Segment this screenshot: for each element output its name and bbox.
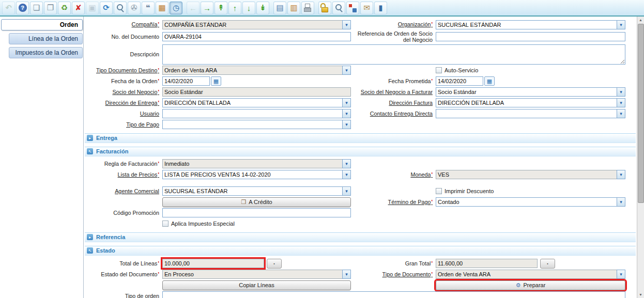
- chevron-down-icon[interactable]: [617, 197, 625, 207]
- chevron-down-icon[interactable]: [342, 186, 351, 196]
- sidebar-tab-impuestos-orden[interactable]: Impuestos de la Orden: [9, 47, 83, 58]
- report-icon[interactable]: ▤: [273, 2, 286, 14]
- chevron-down-icon[interactable]: [342, 66, 351, 75]
- grid-toggle-icon[interactable]: ▦: [156, 2, 168, 14]
- tipo-documento-label[interactable]: Tipo de Documento: [353, 271, 434, 277]
- section-estado[interactable]: ↖ Estado: [85, 246, 636, 256]
- no-documento-input[interactable]: [162, 32, 351, 41]
- usuario-input[interactable]: [162, 109, 342, 118]
- direccion-factura-input[interactable]: [436, 98, 617, 107]
- find-icon[interactable]: [114, 2, 127, 14]
- help-icon[interactable]: ?: [16, 2, 29, 14]
- socio-negocio-input[interactable]: [162, 87, 351, 97]
- history-icon[interactable]: ◷: [170, 2, 182, 14]
- lista-precios-label[interactable]: Lista de Precios: [85, 171, 160, 178]
- chevron-down-icon[interactable]: [617, 87, 625, 97]
- chevron-down-icon[interactable]: [342, 98, 351, 107]
- agente-comercial-input[interactable]: [162, 186, 342, 196]
- termino-pago-input[interactable]: [436, 197, 617, 207]
- tipo-doc-destino-label[interactable]: Tipo Documento Destino: [85, 67, 160, 73]
- regla-facturacion-input[interactable]: [162, 159, 342, 168]
- new-record-icon[interactable]: ❏: [30, 2, 43, 14]
- copy-record-icon[interactable]: ❐: [44, 2, 57, 14]
- imprimir-descuento-checkbox[interactable]: [436, 188, 442, 194]
- tipo-doc-destino-input[interactable]: [162, 66, 342, 75]
- gran-total-input[interactable]: [436, 259, 538, 268]
- estado-documento-input[interactable]: [162, 270, 342, 279]
- last-record-icon[interactable]: ↡: [256, 2, 269, 14]
- section-referencia[interactable]: ▸ Referencia: [85, 232, 636, 242]
- lock-icon[interactable]: [318, 2, 331, 14]
- direccion-factura-label[interactable]: Dirección Factura: [353, 100, 434, 106]
- agente-comercial-label[interactable]: Agente Comercial: [85, 188, 160, 194]
- chevron-down-icon[interactable]: [617, 98, 625, 107]
- fecha-orden-input[interactable]: [162, 76, 210, 86]
- termino-pago-label[interactable]: Término de Pago: [353, 199, 434, 205]
- calendar-icon[interactable]: ▦: [211, 76, 221, 86]
- moneda-label[interactable]: Moneda: [353, 171, 434, 178]
- detail-record-icon[interactable]: →: [201, 2, 213, 14]
- request-icon[interactable]: ✉: [360, 2, 373, 14]
- delete-record-icon[interactable]: ♻: [58, 2, 71, 14]
- sidebar-tab-linea-orden[interactable]: Línea de la Orden: [9, 33, 83, 44]
- tipo-documento-input[interactable]: [436, 270, 617, 279]
- contacto-entrega-input[interactable]: [436, 109, 617, 118]
- chevron-down-icon[interactable]: [342, 109, 351, 118]
- chevron-down-icon[interactable]: [342, 159, 351, 168]
- referencia-socio-input[interactable]: [436, 32, 625, 41]
- fecha-prometida-input[interactable]: [436, 76, 483, 86]
- socio-facturar-label[interactable]: Socio del Negocio a Facturar: [353, 89, 434, 95]
- tipo-orden-input[interactable]: [162, 291, 625, 298]
- socio-negocio-label[interactable]: Socio del Negocio: [85, 89, 160, 95]
- chevron-down-icon[interactable]: [617, 20, 625, 29]
- aplica-impuesto-checkbox[interactable]: [162, 221, 168, 227]
- direccion-entrega-input[interactable]: [162, 98, 342, 107]
- chevron-down-icon[interactable]: [342, 20, 351, 29]
- zoom-across-icon[interactable]: [332, 2, 345, 14]
- attachment-icon[interactable]: ✇: [128, 2, 141, 14]
- preparar-button[interactable]: ⚙ Preparar: [436, 280, 625, 290]
- calculator-icon[interactable]: ▪: [267, 259, 282, 269]
- delete-selection-icon[interactable]: ✘: [72, 2, 85, 14]
- tipo-pago-input[interactable]: [162, 120, 342, 129]
- archive-icon[interactable]: ▥: [287, 2, 300, 14]
- print-icon[interactable]: [301, 2, 314, 14]
- lista-precios-input[interactable]: [162, 170, 342, 179]
- descripcion-textarea[interactable]: [162, 44, 625, 65]
- chevron-down-icon[interactable]: [617, 170, 625, 179]
- chevron-down-icon[interactable]: [342, 120, 351, 129]
- scrollbar-down-icon[interactable]: ▼: [637, 291, 644, 298]
- copiar-lineas-button[interactable]: Copiar Líneas: [162, 280, 351, 290]
- section-entrega[interactable]: ▸ Entrega: [85, 133, 636, 143]
- direccion-entrega-label[interactable]: Dirección de Entrega: [85, 100, 160, 106]
- chevron-down-icon[interactable]: [617, 109, 625, 118]
- first-record-icon[interactable]: ↟: [214, 2, 227, 14]
- organizacion-label[interactable]: Organización: [353, 21, 434, 27]
- calculator-icon[interactable]: ▪: [540, 259, 555, 269]
- contacto-entrega-label[interactable]: Contacto Entrega Directa: [353, 111, 434, 117]
- next-record-icon[interactable]: ↓: [242, 2, 255, 14]
- scrollbar-up-icon[interactable]: ▲: [637, 17, 644, 23]
- organizacion-input[interactable]: [436, 20, 617, 29]
- a-credito-button[interactable]: ❒ A Crédito: [162, 197, 351, 207]
- total-lineas-input[interactable]: [162, 259, 264, 268]
- chevron-down-icon[interactable]: [342, 270, 351, 279]
- tipo-pago-label[interactable]: Tipo de Pago: [85, 121, 160, 128]
- compania-label[interactable]: Compañía: [85, 21, 160, 27]
- workflow-icon[interactable]: [346, 2, 359, 14]
- section-facturacion[interactable]: ↖ Facturación: [85, 147, 636, 156]
- auto-servicio-checkbox[interactable]: [436, 67, 442, 73]
- usuario-label[interactable]: Usuario: [85, 111, 160, 117]
- moneda-input[interactable]: [436, 170, 617, 179]
- chevron-down-icon[interactable]: [342, 170, 351, 179]
- previous-record-icon[interactable]: ↑: [228, 2, 241, 14]
- product-info-icon[interactable]: ▮: [374, 2, 387, 14]
- vertical-scrollbar[interactable]: ▲ ▼: [637, 17, 644, 298]
- codigo-promocion-input[interactable]: [162, 208, 351, 217]
- compania-input[interactable]: [162, 20, 342, 29]
- sidebar-tab-orden[interactable]: Orden: [1, 19, 83, 30]
- socio-facturar-input[interactable]: [436, 87, 617, 97]
- requery-icon[interactable]: ⟳: [100, 2, 113, 14]
- chat-icon[interactable]: ❝: [142, 2, 155, 14]
- scrollbar-thumb[interactable]: [638, 24, 644, 203]
